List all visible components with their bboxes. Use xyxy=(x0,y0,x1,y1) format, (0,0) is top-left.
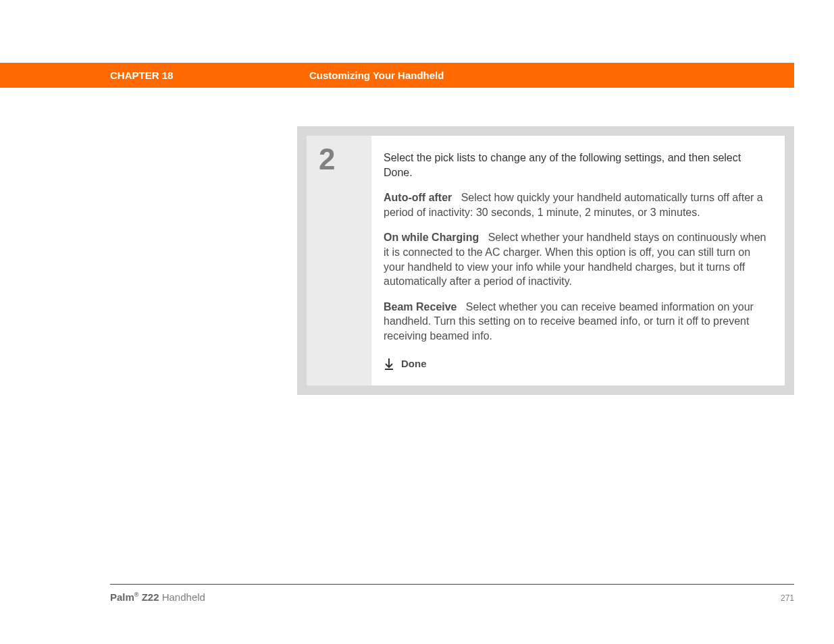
setting-label-beam-receive: Beam Receive xyxy=(384,301,457,313)
arrow-down-icon xyxy=(384,358,394,370)
step-number-cell: 2 xyxy=(307,136,371,385)
registered-mark: ® xyxy=(134,591,139,598)
footer-model: Z22 xyxy=(139,591,159,603)
setting-auto-off: Auto-off after Select how quickly your h… xyxy=(384,190,773,219)
footer-product-suffix: Handheld xyxy=(159,591,205,603)
chapter-title: Customizing Your Handheld xyxy=(309,70,444,81)
footer-divider xyxy=(110,584,794,585)
done-indicator: Done xyxy=(384,357,773,371)
step-intro-text: Select the pick lists to change any of t… xyxy=(384,151,773,180)
setting-label-auto-off: Auto-off after xyxy=(384,192,452,203)
page-number: 271 xyxy=(781,593,794,603)
page-footer: Palm® Z22 Handheld 271 xyxy=(110,584,794,603)
done-label: Done xyxy=(401,357,427,371)
product-name: Palm® Z22 Handheld xyxy=(110,591,205,603)
step-number: 2 xyxy=(319,142,371,176)
setting-beam-receive: Beam Receive Select whether you can rece… xyxy=(384,300,773,344)
setting-on-charging: On while Charging Select whether your ha… xyxy=(384,230,773,288)
chapter-number-label: CHAPTER 18 xyxy=(110,70,173,81)
chapter-header-bar: CHAPTER 18 Customizing Your Handheld xyxy=(0,63,794,88)
step-instruction-box: 2 Select the pick lists to change any of… xyxy=(297,126,794,395)
setting-label-on-charging: On while Charging xyxy=(384,232,479,243)
step-content: Select the pick lists to change any of t… xyxy=(371,136,785,385)
footer-brand: Palm xyxy=(110,591,134,603)
